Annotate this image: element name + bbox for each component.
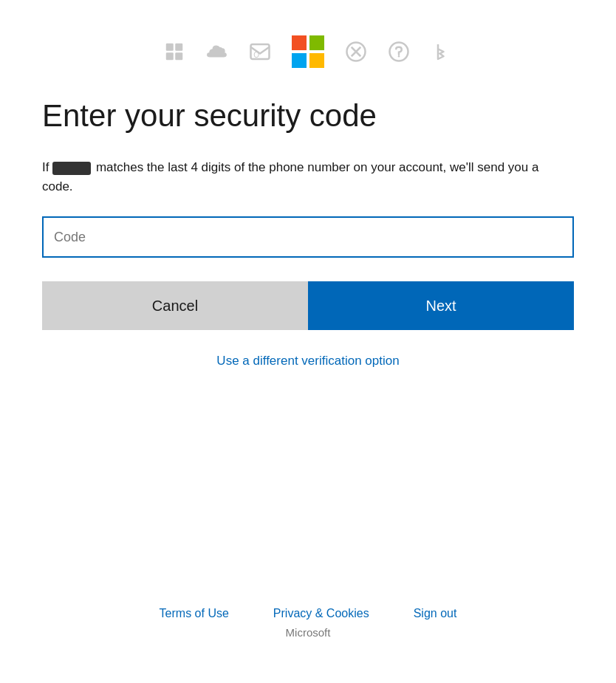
svg-rect-1 <box>175 44 182 51</box>
top-icon-bar: O <box>163 35 453 68</box>
buttons-row: Cancel Next <box>42 281 574 330</box>
footer-brand: Microsoft <box>286 626 331 639</box>
redacted-value <box>52 162 91 175</box>
svg-rect-2 <box>166 52 174 60</box>
microsoft-logo <box>292 35 324 68</box>
description-before: If <box>42 160 52 174</box>
svg-rect-3 <box>175 52 182 60</box>
cancel-button[interactable]: Cancel <box>42 281 308 330</box>
code-input[interactable] <box>42 216 574 258</box>
page-title: Enter your security code <box>42 97 377 134</box>
svg-point-8 <box>398 55 400 58</box>
terms-of-use-link[interactable]: Terms of Use <box>160 607 229 620</box>
skype-icon <box>388 41 410 63</box>
ms-logo-blue <box>292 53 307 68</box>
onedrive-icon <box>206 41 228 63</box>
privacy-cookies-link[interactable]: Privacy & Cookies <box>273 607 369 620</box>
ms-logo-red <box>292 35 307 50</box>
svg-rect-0 <box>166 44 174 51</box>
bing-icon <box>431 41 453 63</box>
xbox-icon <box>345 41 367 63</box>
outlook-icon: O <box>249 41 271 63</box>
alt-verification-link[interactable]: Use a different verification option <box>42 354 574 368</box>
svg-text:O: O <box>253 51 259 59</box>
next-button[interactable]: Next <box>308 281 574 330</box>
footer-links: Terms of Use Privacy & Cookies Sign out <box>160 607 457 620</box>
ms-logo-green <box>309 35 324 50</box>
footer: Terms of Use Privacy & Cookies Sign out … <box>0 607 616 639</box>
office-icon <box>163 41 185 63</box>
description-text: If matches the last 4 digits of the phon… <box>42 158 559 196</box>
description-after: matches the last 4 digits of the phone n… <box>42 160 538 193</box>
sign-out-link[interactable]: Sign out <box>414 607 457 620</box>
main-content: Enter your security code If matches the … <box>42 97 574 368</box>
ms-logo-yellow <box>309 53 324 68</box>
